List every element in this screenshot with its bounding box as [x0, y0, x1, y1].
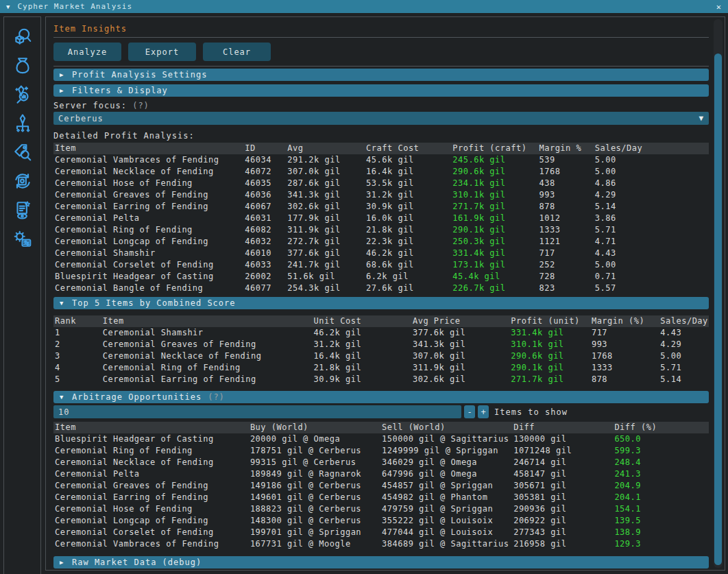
column-header: Unit Cost [313, 315, 411, 327]
chevron-down-icon: ▼ [60, 300, 72, 307]
cell: 454857 gil @ Spriggan [380, 480, 512, 492]
cell: 310.1k gil [451, 189, 537, 201]
gil-bag-icon[interactable] [12, 56, 34, 76]
column-header: Sales/Day [659, 315, 709, 327]
cell: 188823 gil @ Cerberus [249, 503, 380, 515]
cell: 149186 gil @ Cerberus [249, 480, 380, 492]
cell: 287.6k gil [286, 178, 365, 189]
crystal-insights-icon[interactable] [12, 84, 34, 105]
price-tag-search-icon[interactable] [12, 142, 34, 163]
export-button[interactable]: Export [128, 43, 196, 61]
close-icon[interactable]: ✕ [716, 2, 722, 12]
section-profit-analysis-settings[interactable]: ▶ Profit Analysis Settings [53, 69, 709, 81]
table-row: Ceremonial Ring of Fending178751 gil @ C… [53, 445, 709, 457]
clear-button[interactable]: Clear [203, 43, 271, 61]
cell: 45.6k gil [365, 154, 451, 166]
section-filters-display[interactable]: ▶ Filters & Display [53, 84, 709, 97]
cell: 331.4k gil [451, 248, 537, 259]
cell: Ceremonial Ring of Fending [53, 224, 243, 236]
report-favorites-icon[interactable] [12, 200, 34, 220]
section-arbitrage[interactable]: ▼ Arbitrage Opportunities (?) [53, 391, 709, 403]
section-label: Profit Analysis Settings [72, 70, 207, 80]
cell: 438 [537, 178, 593, 189]
arbitrage-table: ItemBuy (World)Sell (World)DiffDiff (%)B… [53, 422, 709, 550]
table-row: Ceremonial Bangle of Fending46077254.3k … [53, 283, 709, 294]
cell: 5 [53, 374, 101, 385]
cell: 479759 gil @ Spriggan [380, 503, 512, 515]
section-raw-market-data[interactable]: ▶ Raw Market Data (debug) [53, 556, 709, 569]
cell: 311.9k gil [411, 362, 509, 374]
section-label: Raw Market Data (debug) [72, 558, 202, 567]
window-collapse-icon[interactable]: ▼ [6, 3, 10, 10]
cell: 4.43 [659, 327, 709, 339]
detailed-profit-title: Detailed Profit Analysis: [53, 131, 709, 140]
cell: Ceremonial Hose of Fending [53, 503, 249, 515]
column-header: Buy (World) [249, 422, 380, 433]
section-label: Top 5 Items by Combined Score [72, 298, 236, 308]
cell: Ceremonial Necklace of Fending [101, 350, 313, 362]
cell: 4.29 [659, 339, 709, 350]
analyze-button[interactable]: Analyze [53, 43, 121, 61]
settings-sliders-icon[interactable] [12, 228, 34, 249]
cell: 310.1k gil [509, 339, 590, 350]
cell: Ceremonial Bangle of Fending [53, 283, 243, 294]
cell: 167731 gil @ Moogle [249, 538, 380, 550]
server-dropdown-value: Cerberus [58, 114, 104, 123]
column-header: Sell (World) [380, 422, 512, 433]
main-panel: Item Insights Analyze Export Clear ▶ Pro… [45, 16, 725, 571]
cell: 5.71 [659, 362, 709, 374]
cell: 241.7k gil [286, 259, 365, 271]
cell: 5.00 [659, 350, 709, 362]
section-label: Filters & Display [72, 86, 168, 95]
scrollbar-track[interactable] [714, 19, 723, 568]
table-row: Ceremonial Corselet of Fending46033241.7… [53, 259, 709, 271]
table-row: 2Ceremonial Greaves of Fending31.2k gil3… [53, 339, 709, 350]
table-row: 5Ceremonial Earring of Fending30.9k gil3… [53, 374, 709, 385]
table-row: Ceremonial Pelta189849 gil @ Ragnarok647… [53, 468, 709, 480]
crystal-network-icon[interactable] [12, 113, 34, 134]
items-to-show-label: Items to show [494, 407, 568, 417]
chevron-down-icon: ▼ [60, 394, 72, 400]
cell: 305671 gil [512, 480, 613, 492]
table-row: Ceremonial Longcap of Fending148300 gil … [53, 515, 709, 527]
cell: Ceremonial Greaves of Fending [53, 480, 249, 492]
cell: 4.71 [594, 236, 709, 248]
cell: 1249999 gil @ Spriggan [380, 445, 512, 457]
column-header: Item [101, 315, 313, 327]
cell: 4.43 [594, 248, 709, 259]
cell: 26002 [243, 271, 286, 283]
table-row: Ceremonial Corselet of Fending199701 gil… [53, 527, 709, 538]
section-top5[interactable]: ▼ Top 5 Items by Combined Score [53, 297, 709, 309]
increment-button[interactable]: + [478, 405, 489, 418]
cell: 477044 gil @ Louisoix [380, 527, 512, 538]
arbitrage-controls: - + Items to show [53, 405, 709, 418]
column-header: Profit (craft) [451, 143, 537, 154]
cell: Ceremonial Longcap of Fending [53, 236, 243, 248]
help-hint: (?) [208, 392, 225, 402]
scrollbar-thumb[interactable] [714, 53, 722, 565]
table-header-row: ItemIDAvgCraft CostProfit (craft)Margin … [53, 143, 709, 154]
cell: 149601 gil @ Cerberus [249, 492, 380, 503]
cell: Ceremonial Greaves of Fending [53, 189, 243, 201]
cell: 993 [537, 189, 593, 201]
table-header-row: ItemBuy (World)Sell (World)DiffDiff (%) [53, 422, 709, 433]
items-to-show-input[interactable] [53, 405, 461, 418]
cell: 377.6k gil [286, 248, 365, 259]
cell: 254.3k gil [286, 283, 365, 294]
cell: Ceremonial Necklace of Fending [53, 457, 249, 468]
cell: 46032 [243, 236, 286, 248]
top5-table: RankItemUnit CostAvg PriceProfit (unit)M… [53, 315, 709, 385]
cell: Ceremonial Shamshir [53, 248, 243, 259]
table-header-row: RankItemUnit CostAvg PriceProfit (unit)M… [53, 315, 709, 327]
cell: 46033 [243, 259, 286, 271]
decrement-button[interactable]: - [464, 405, 475, 418]
server-dropdown[interactable]: Cerberus ▼ [53, 112, 709, 125]
help-hint: (?) [132, 101, 149, 110]
cell: 5.57 [594, 283, 709, 294]
cell: 16.4k gil [313, 350, 411, 362]
cell: 341.3k gil [411, 339, 509, 350]
cell: 46035 [243, 178, 286, 189]
data-sync-icon[interactable] [12, 171, 34, 191]
item-search-icon[interactable] [12, 27, 34, 47]
cell: 226.7k gil [451, 283, 537, 294]
